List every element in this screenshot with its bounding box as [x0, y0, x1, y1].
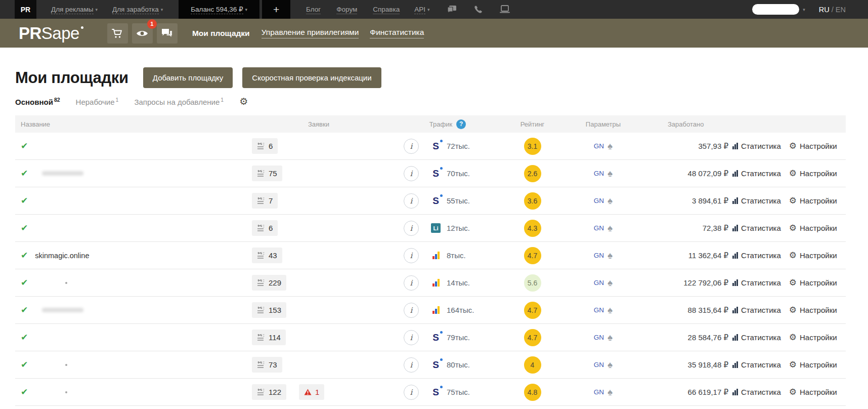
settings-link[interactable]: Настройки — [800, 388, 837, 396]
nav-finstats[interactable]: Финстатистика — [370, 28, 424, 38]
info-icon[interactable]: i — [404, 248, 419, 263]
tab-count: 1 — [221, 97, 224, 103]
requests-cell: 7 — [248, 193, 389, 209]
forum-link[interactable]: Форум — [336, 6, 357, 13]
requests-button[interactable]: 153 — [252, 302, 286, 318]
params-gn-link[interactable]: GN — [594, 361, 604, 369]
blog-link[interactable]: Блог — [306, 6, 321, 13]
nav-privileges[interactable]: Управление привилегиями — [262, 28, 359, 38]
tab-main[interactable]: Основной82 — [15, 97, 60, 106]
stats-link[interactable]: Статистика — [741, 333, 781, 342]
menu-for-earning[interactable]: Для заработка▾ — [112, 6, 163, 13]
phone-icon[interactable] — [473, 5, 483, 14]
settings-link[interactable]: Настройки — [800, 196, 837, 205]
warning-button[interactable]: 1 — [299, 384, 324, 400]
rating-cell: 3.6 — [506, 192, 559, 210]
stats-link[interactable]: Статистика — [741, 142, 781, 150]
info-icon[interactable]: i — [404, 221, 419, 236]
settings-link[interactable]: Настройки — [800, 360, 837, 369]
table-row: ✔ 7 — [15, 187, 846, 215]
info-icon[interactable]: i — [404, 303, 419, 318]
tabs-settings-gear-icon[interactable]: ⚙ — [239, 97, 248, 106]
balance-menu[interactable]: Баланс 594,36 ₽▾ — [179, 0, 259, 19]
dialogs-button[interactable] — [157, 23, 178, 44]
earned-cell: 11 362,64 ₽ Статистика ⚙ Настройки — [647, 251, 846, 260]
info-icon[interactable]: i — [404, 139, 419, 154]
add-funds-button[interactable]: + — [262, 0, 290, 19]
lang-en[interactable]: EN — [836, 6, 846, 14]
stats-link[interactable]: Статистика — [741, 388, 781, 396]
settings-link[interactable]: Настройки — [800, 251, 837, 260]
info-icon[interactable]: i — [404, 193, 419, 209]
menu-for-ads[interactable]: Для рекламы▾ — [51, 6, 98, 13]
requests-button[interactable]: 43 — [252, 248, 282, 263]
settings-link[interactable]: Настройки — [800, 224, 837, 232]
language-switcher: RU / EN — [819, 6, 846, 14]
pr-logo-tab[interactable]: PR — [15, 0, 36, 19]
params-gn-link[interactable]: GN — [594, 388, 604, 396]
nav-my-sites[interactable]: Мои площадки — [192, 29, 250, 38]
rating-badge: 3.1 — [524, 138, 541, 155]
status-check-icon: ✔ — [21, 333, 28, 342]
earned-cell: 72,38 ₽ Статистика ⚙ Настройки — [647, 224, 846, 233]
spade-icon: ♠ — [607, 333, 613, 342]
settings-link[interactable]: Настройки — [800, 306, 837, 314]
settings-link[interactable]: Настройки — [800, 333, 837, 342]
stats-link[interactable]: Статистика — [741, 196, 781, 205]
params-gn-link[interactable]: GN — [594, 224, 604, 232]
requests-icon — [257, 197, 265, 204]
requests-count: 153 — [269, 306, 281, 314]
settings-link[interactable]: Настройки — [800, 169, 837, 178]
traffic-value: 14тыс. — [447, 278, 470, 287]
params-gn-link[interactable]: GN — [594, 252, 604, 259]
stats-link[interactable]: Статистика — [741, 169, 781, 178]
user-login-pill[interactable] — [752, 4, 799, 15]
rating-badge: 4.8 — [524, 384, 541, 401]
settings-link[interactable]: Настройки — [800, 278, 837, 287]
cart-button[interactable] — [107, 23, 128, 44]
help-link[interactable]: Справка — [373, 6, 400, 13]
site-name[interactable]: skinmagic.online — [35, 252, 89, 260]
params-gn-link[interactable]: GN — [594, 197, 604, 204]
api-menu[interactable]: API▾ — [414, 6, 429, 13]
info-icon[interactable]: i — [404, 357, 419, 373]
requests-button[interactable]: 6 — [252, 138, 278, 154]
params-gn-link[interactable]: GN — [594, 306, 604, 314]
stats-link[interactable]: Статистика — [741, 224, 781, 232]
requests-count: 6 — [269, 224, 273, 232]
requests-button[interactable]: 114 — [252, 330, 286, 345]
params-gn-link[interactable]: GN — [594, 142, 604, 150]
requests-button[interactable]: 75 — [252, 166, 282, 181]
requests-button[interactable]: 7 — [252, 193, 278, 209]
stats-link[interactable]: Статистика — [741, 278, 781, 287]
info-icon[interactable]: i — [404, 166, 419, 181]
earned-cell: 3 894,61 ₽ Статистика ⚙ Настройки — [647, 196, 846, 206]
stats-link[interactable]: Статистика — [741, 360, 781, 369]
tab-inactive[interactable]: Нерабочие1 — [76, 97, 119, 106]
requests-button[interactable]: 122 — [252, 384, 286, 400]
add-site-button[interactable]: Добавить площадку — [143, 67, 233, 88]
info-icon[interactable]: i — [404, 385, 419, 400]
stats-link[interactable]: Статистика — [741, 251, 781, 260]
traffic-help-icon[interactable]: ? — [456, 119, 466, 129]
spade-icon: ♠ — [607, 360, 613, 370]
earned-cell: 88 315,64 ₽ Статистика ⚙ Настройки — [647, 306, 846, 315]
info-icon[interactable]: i — [404, 275, 419, 291]
stats-link[interactable]: Статистика — [741, 306, 781, 314]
prsape-logo[interactable]: PRSape — [19, 25, 83, 42]
tab-add-requests[interactable]: Запросы на добавление1 — [134, 97, 224, 106]
params-gn-link[interactable]: GN — [594, 170, 604, 177]
requests-button[interactable]: 229 — [252, 275, 286, 291]
speed-index-check-button[interactable]: Скоростная проверка индексации — [242, 67, 381, 88]
params-gn-link[interactable]: GN — [594, 334, 604, 341]
settings-link[interactable]: Настройки — [800, 142, 837, 150]
watch-button[interactable]: 1 — [132, 23, 153, 44]
messages-icon[interactable] — [447, 5, 457, 14]
settings-gear-icon: ⚙ — [789, 278, 797, 287]
laptop-icon[interactable] — [499, 5, 510, 14]
traffic-source-icon: S Li — [429, 360, 443, 370]
requests-button[interactable]: 6 — [252, 220, 278, 236]
requests-button[interactable]: 73 — [252, 357, 282, 373]
info-icon[interactable]: i — [404, 330, 419, 345]
params-gn-link[interactable]: GN — [594, 279, 604, 287]
